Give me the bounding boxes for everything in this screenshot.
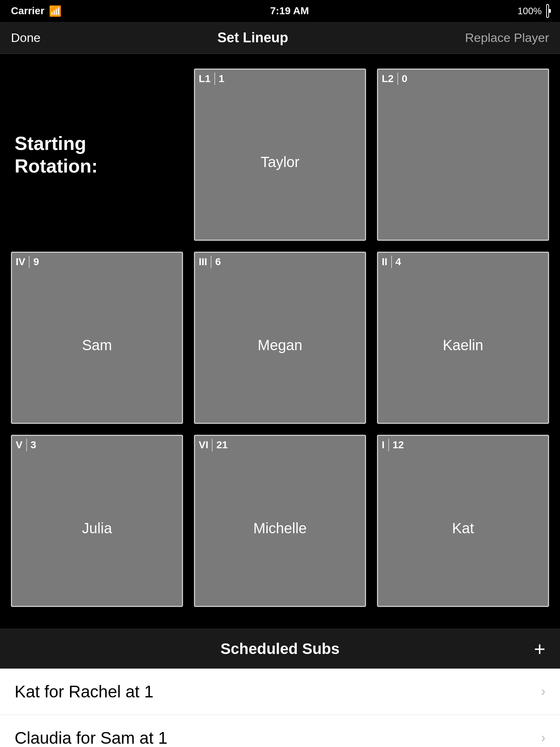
- status-left: Carrier 📶: [11, 5, 62, 17]
- status-time: 7:19 AM: [270, 5, 309, 17]
- tile-name-III: Megan: [195, 268, 365, 423]
- tile-name-VI: Michelle: [195, 451, 365, 606]
- tile-name-L2: [378, 85, 548, 240]
- tile-header-VI: VI 21: [195, 436, 365, 451]
- sub-text-1: Kat for Rachel at 1: [15, 682, 153, 701]
- player-tile-VI[interactable]: VI 21 Michelle: [194, 435, 366, 607]
- tile-header-IV: IV 9: [12, 253, 182, 268]
- replace-player-button[interactable]: Replace Player: [465, 31, 549, 45]
- tile-number-L1: 1: [219, 73, 225, 85]
- tile-header-III: III 6: [195, 253, 365, 268]
- tile-position-VI: VI: [199, 439, 213, 451]
- tile-name-I: Kat: [378, 451, 548, 606]
- status-right: 100%: [517, 5, 549, 17]
- player-tile-II[interactable]: II 4 Kaelin: [377, 252, 549, 424]
- tile-name-V: Julia: [12, 451, 182, 606]
- status-bar: Carrier 📶 7:19 AM 100%: [0, 0, 560, 22]
- tile-header-I: I 12: [378, 436, 548, 451]
- player-tile-I[interactable]: I 12 Kat: [377, 435, 549, 607]
- lineup-grid: StartingRotation: L1 1 Taylor L2 0 IV 9 …: [11, 69, 549, 607]
- tile-position-L2: L2: [382, 73, 398, 85]
- tile-position-IV: IV: [16, 256, 30, 268]
- tile-position-L1: L1: [199, 73, 215, 85]
- battery-icon: [546, 5, 549, 17]
- tile-position-III: III: [199, 256, 211, 268]
- subs-list: Kat for Rachel at 1 › Claudia for Sam at…: [0, 669, 560, 747]
- tile-number-III: 6: [215, 256, 221, 268]
- player-tile-V[interactable]: V 3 Julia: [11, 435, 183, 607]
- tile-number-II: 4: [396, 256, 401, 268]
- battery-pct-label: 100%: [517, 5, 542, 17]
- carrier-label: Carrier: [11, 5, 44, 17]
- wifi-icon: 📶: [49, 5, 62, 17]
- sub-item-2[interactable]: Claudia for Sam at 1 ›: [0, 715, 560, 747]
- chevron-right-icon-1: ›: [541, 684, 545, 699]
- tile-position-I: I: [382, 439, 389, 451]
- tile-position-V: V: [16, 439, 27, 451]
- lineup-area: StartingRotation: L1 1 Taylor L2 0 IV 9 …: [0, 54, 560, 629]
- tile-header-V: V 3: [12, 436, 182, 451]
- add-sub-button[interactable]: +: [534, 639, 545, 659]
- tile-name-II: Kaelin: [378, 268, 548, 423]
- sub-item-1[interactable]: Kat for Rachel at 1 ›: [0, 669, 560, 715]
- sub-text-2: Claudia for Sam at 1: [15, 728, 167, 747]
- tile-header-II: II 4: [378, 253, 548, 268]
- tile-header-L1: L1 1: [195, 70, 365, 85]
- subs-header: Scheduled Subs +: [0, 629, 560, 669]
- tile-position-II: II: [382, 256, 392, 268]
- tile-number-IV: 9: [33, 256, 39, 268]
- player-tile-III[interactable]: III 6 Megan: [194, 252, 366, 424]
- tile-number-VI: 21: [216, 439, 228, 451]
- player-tile-L1[interactable]: L1 1 Taylor: [194, 69, 366, 241]
- tile-name-L1: Taylor: [195, 85, 365, 240]
- tile-header-L2: L2 0: [378, 70, 548, 85]
- tile-number-L2: 0: [402, 73, 408, 85]
- tile-number-V: 3: [31, 439, 36, 451]
- page-title: Set Lineup: [217, 30, 288, 46]
- subs-title: Scheduled Subs: [221, 640, 340, 658]
- tile-name-IV: Sam: [12, 268, 182, 423]
- done-button[interactable]: Done: [11, 31, 40, 45]
- tile-number-I: 12: [393, 439, 404, 451]
- player-tile-IV[interactable]: IV 9 Sam: [11, 252, 183, 424]
- nav-bar: Done Set Lineup Replace Player: [0, 22, 560, 54]
- starting-rotation-label: StartingRotation:: [11, 132, 183, 178]
- player-tile-L2[interactable]: L2 0: [377, 69, 549, 241]
- chevron-right-icon-2: ›: [541, 730, 545, 746]
